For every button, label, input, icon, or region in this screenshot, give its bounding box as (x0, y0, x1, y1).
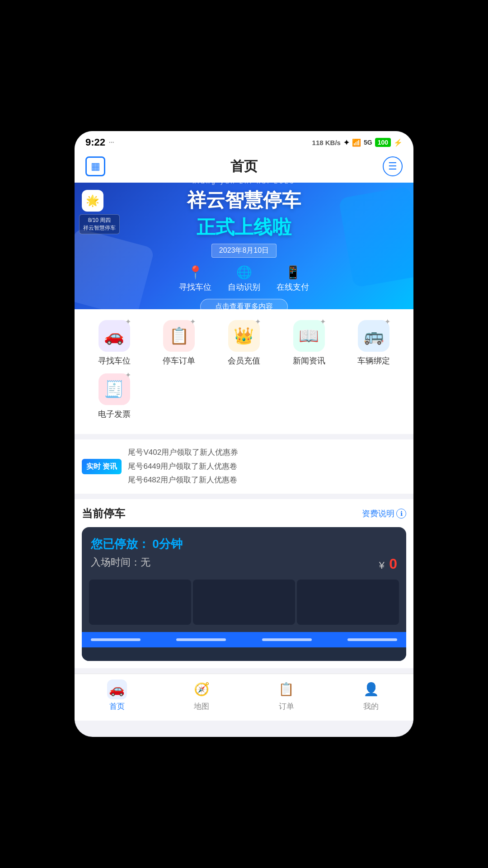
parking-label: 寻找车位 (179, 282, 211, 292)
news-section: 实时 资讯 尾号V402用户领取了新人优惠券 尾号6449用户领取了新人优惠卷 … (75, 439, 413, 494)
find-parking-icon: 🚗 (104, 326, 124, 345)
quick-menu: 🚗 ✦ 寻找车位 📋 ✦ 停车订单 👑 ✦ 会员充值 📖 ✦ 新闻资讯 (75, 309, 413, 434)
news-icon-wrap: 📖 ✦ (293, 320, 325, 352)
parking-entry-row: 入场时间：无 ¥ 0 (91, 556, 397, 572)
banner-logo: 🌟 (82, 190, 103, 212)
banner-title1: 祥云智慧停车 (187, 188, 301, 213)
phone-frame: 9:22 ··· 118 KB/s ✦ 📶 5G 100 ⚡ 首页 ☰ 🌟 8/… (75, 131, 413, 737)
banner-features: 📍 寻找车位 🌐 自动识别 📱 在线支付 (179, 265, 309, 292)
parking-section: 当前停车 资费说明 ℹ 您已停放： 0分钟 入场时间：无 ¥ 0 (75, 499, 413, 668)
menu-item-news[interactable]: 📖 ✦ 新闻资讯 (277, 320, 342, 366)
orders-nav-icon: 📋 (277, 679, 296, 699)
banner-feature-parking: 📍 寻找车位 (179, 265, 211, 292)
orders-nav-label: 订单 (279, 701, 294, 712)
plate-segment-3 (262, 638, 312, 641)
parking-section-title: 当前停车 (82, 506, 125, 521)
menu-item-find-parking[interactable]: 🚗 ✦ 寻找车位 (82, 320, 147, 366)
5g-icon: 5G (364, 139, 372, 146)
parking-order-icon-wrap: 📋 ✦ (163, 320, 195, 352)
parking-order-label: 停车订单 (163, 355, 195, 366)
map-nav-label: 地图 (194, 701, 209, 712)
menu-item-vehicle-bind[interactable]: 🚌 ✦ 车辆绑定 (341, 320, 406, 366)
license-plate-bar (82, 632, 406, 647)
parking-card-bottom (82, 647, 406, 661)
plate-segment-4 (347, 638, 397, 641)
top-nav: 首页 ☰ (75, 152, 413, 183)
parking-info-link[interactable]: 资费说明 ℹ (362, 508, 406, 519)
plate-segment-1 (91, 638, 141, 641)
parking-order-icon: 📋 (169, 326, 189, 345)
battery-indicator: 100 (375, 138, 391, 147)
recognition-icon: 🌐 (236, 265, 252, 280)
payment-label: 在线支付 (277, 282, 309, 292)
news-line-1: 尾号V402用户领取了新人优惠券 (128, 446, 406, 460)
banner-title2: 正式上线啦 (197, 215, 291, 240)
info-icon: ℹ (396, 509, 406, 519)
find-parking-icon-wrap: 🚗 ✦ (99, 320, 130, 352)
status-bar: 9:22 ··· 118 KB/s ✦ 📶 5G 100 ⚡ (75, 131, 413, 152)
menu-item-parking-order[interactable]: 📋 ✦ 停车订单 (147, 320, 212, 366)
e-invoice-icon: 🧾 (104, 380, 124, 399)
profile-nav-label: 我的 (363, 701, 379, 712)
home-nav-icon: 🚗 (107, 679, 127, 699)
member-recharge-icon-wrap: 👑 ✦ (228, 320, 260, 352)
banner-more-button[interactable]: 点击查看更多内容 (200, 299, 288, 310)
parking-card: 您已停放： 0分钟 入场时间：无 ¥ 0 (82, 527, 406, 661)
network-speed: 118 KB/s (312, 139, 341, 146)
parking-entry-time: 入场时间：无 (91, 556, 150, 572)
parking-images (82, 580, 406, 632)
signal-dots: ··· (109, 139, 114, 146)
parking-duration: 您已停放： 0分钟 (91, 536, 397, 552)
bottom-nav: 🚗 首页 🧭 地图 📋 订单 👤 我的 (75, 674, 413, 721)
news-icon: 📖 (299, 326, 319, 345)
parking-duration-value: 0分钟 (152, 537, 182, 551)
parking-image-1 (89, 580, 191, 625)
banner: 🌟 8/10 周四 祥云智慧停车 xiang yun zhi hui 2023 … (75, 183, 413, 309)
parking-icon: 📍 (188, 265, 203, 280)
banner-subtitle: xiang yun zhi hui 2023 (192, 183, 295, 185)
menu-item-e-invoice[interactable]: 🧾 ✦ 电子发票 (82, 373, 147, 420)
e-invoice-icon-wrap: 🧾 ✦ (99, 373, 130, 405)
payment-icon: 📱 (285, 265, 301, 280)
news-line-2: 尾号6449用户领取了新人优惠卷 (128, 460, 406, 474)
parking-image-3 (297, 580, 399, 625)
parking-image-2 (193, 580, 295, 625)
news-content: 尾号V402用户领取了新人优惠券 尾号6449用户领取了新人优惠卷 尾号6482… (128, 446, 406, 487)
nav-item-profile[interactable]: 👤 我的 (361, 679, 381, 712)
qr-button[interactable] (85, 156, 105, 176)
bluetooth-icon: ✦ (343, 138, 349, 147)
banner-decoration-diamond (75, 227, 155, 309)
member-recharge-icon: 👑 (234, 326, 254, 345)
currency-symbol: ¥ (379, 560, 385, 571)
vehicle-bind-icon: 🚌 (364, 326, 384, 345)
message-button[interactable]: ☰ (383, 156, 403, 176)
map-nav-icon: 🧭 (192, 679, 211, 699)
vehicle-bind-icon-wrap: 🚌 ✦ (358, 320, 389, 352)
news-line-3: 尾号6482用户领取了新人优惠卷 (128, 473, 406, 487)
plate-segment-2 (176, 638, 226, 641)
menu-item-member-recharge[interactable]: 👑 ✦ 会员充值 (211, 320, 277, 366)
news-tag: 实时 资讯 (82, 459, 122, 474)
nav-item-home[interactable]: 🚗 首页 (107, 679, 127, 712)
profile-nav-icon: 👤 (361, 679, 381, 699)
banner-decoration-cubes (338, 186, 413, 288)
banner-feature-payment: 📱 在线支付 (277, 265, 309, 292)
message-icon: ☰ (388, 160, 397, 172)
charging-icon: ⚡ (394, 138, 403, 147)
nav-item-orders[interactable]: 📋 订单 (277, 679, 296, 712)
banner-badge-name: 祥云智慧停车 (83, 224, 116, 232)
parking-card-info: 您已停放： 0分钟 入场时间：无 ¥ 0 (82, 527, 406, 580)
member-recharge-label: 会员充值 (228, 355, 260, 366)
parking-price-value: 0 (389, 556, 397, 572)
banner-badge-date: 8/10 周四 (83, 217, 116, 224)
parking-header: 当前停车 资费说明 ℹ (82, 506, 406, 521)
vehicle-bind-label: 车辆绑定 (357, 355, 390, 366)
parking-price-display: ¥ 0 (379, 556, 397, 572)
page-title: 首页 (230, 157, 258, 176)
recognition-label: 自动识别 (228, 282, 260, 292)
news-label: 新闻资讯 (293, 355, 325, 366)
find-parking-label: 寻找车位 (98, 355, 131, 366)
nav-item-map[interactable]: 🧭 地图 (192, 679, 211, 712)
banner-feature-recognition: 🌐 自动识别 (228, 265, 260, 292)
time: 9:22 (85, 137, 105, 148)
